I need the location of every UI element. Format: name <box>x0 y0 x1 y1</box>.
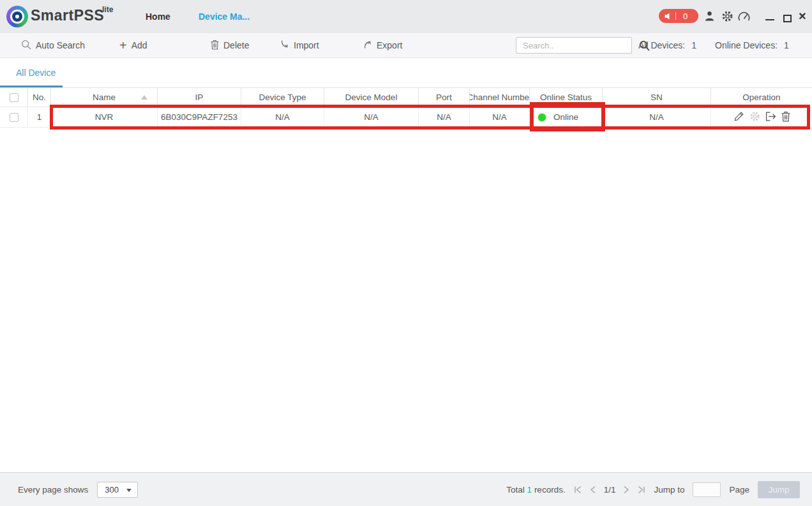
cell-device-type: N/A <box>241 107 324 127</box>
cell-online-status: Online <box>530 107 603 127</box>
plus-icon: + <box>119 40 127 51</box>
app-name-suffix: lite <box>102 5 113 14</box>
tab-all-device[interactable]: All Device <box>16 68 56 78</box>
page-size-select[interactable]: 300 <box>97 482 138 498</box>
window-maximize-button[interactable] <box>783 15 792 22</box>
delete-device-icon[interactable] <box>781 111 790 124</box>
import-button[interactable]: Import <box>280 33 319 57</box>
nav-tab-device-manager[interactable]: Device Ma... <box>199 11 250 22</box>
page-size-value: 300 <box>98 485 119 495</box>
device-config-gear-icon[interactable] <box>749 111 760 124</box>
last-page-button[interactable] <box>637 486 645 494</box>
header-device-type[interactable]: Device Type <box>241 88 324 107</box>
alarm-count: 0 <box>676 11 698 21</box>
cell-sn: N/A <box>603 107 711 127</box>
search-input[interactable] <box>516 41 639 50</box>
total-records-text: Total 1 records. <box>506 485 565 495</box>
all-devices-count: All Devices: 1 <box>638 33 696 57</box>
edit-device-icon[interactable] <box>733 111 744 124</box>
nav-tab-home[interactable]: Home <box>146 11 170 22</box>
header-name[interactable]: Name <box>51 88 158 107</box>
header-device-model[interactable]: Device Model <box>324 88 419 107</box>
jump-to-label: Jump to <box>654 485 684 495</box>
page-label: Page <box>729 485 749 495</box>
smartpss-logo-icon <box>6 6 28 27</box>
device-tab-bar: All Device <box>0 58 812 88</box>
export-arrow-icon <box>363 40 372 51</box>
user-icon[interactable] <box>705 11 714 21</box>
table-row[interactable]: 1 NVR 6B030C9PAZF7253 N/A N/A N/A N/A On… <box>0 107 812 128</box>
cell-ip: 6B030C9PAZF7253 <box>158 107 241 127</box>
page-indicator: 1/1 <box>604 485 616 495</box>
performance-gauge-icon[interactable] <box>737 11 751 22</box>
jump-button[interactable]: Jump <box>758 481 800 498</box>
window-close-button[interactable]: × <box>799 10 806 22</box>
import-arrow-icon <box>280 40 289 51</box>
title-bar: SmartPSS lite Home Device Ma... 0 × <box>0 0 812 33</box>
sort-asc-icon[interactable] <box>141 95 147 100</box>
search-icon <box>21 40 31 52</box>
header-sn[interactable]: SN <box>603 88 711 107</box>
jump-page-input[interactable] <box>693 482 721 497</box>
tab-active-underline <box>0 86 63 87</box>
select-all-checkbox[interactable] <box>10 93 19 102</box>
cell-device-model: N/A <box>324 107 419 127</box>
app-name: SmartPSS <box>31 7 104 24</box>
first-page-button[interactable] <box>574 486 582 494</box>
trash-icon <box>211 40 219 52</box>
settings-gear-icon[interactable] <box>721 10 733 22</box>
device-toolbar: Auto Search + Add Delete Import Export A… <box>0 33 812 58</box>
header-ip[interactable]: IP <box>158 88 241 107</box>
device-search-box <box>516 37 632 54</box>
device-goto-icon[interactable] <box>765 112 776 123</box>
header-port[interactable]: Port <box>419 88 470 107</box>
speaker-icon <box>665 13 673 20</box>
delete-button[interactable]: Delete <box>211 33 249 57</box>
header-operation[interactable]: Operation <box>711 88 812 107</box>
cell-name: NVR <box>51 107 158 127</box>
online-status-dot <box>538 114 546 121</box>
online-status-text: Online <box>553 112 578 122</box>
header-online-status[interactable]: Online Status <box>530 88 603 107</box>
device-table-header: No. Name IP Device Type Device Model Por… <box>0 88 812 107</box>
header-channel-number[interactable]: Channel Number <box>470 88 530 107</box>
export-button[interactable]: Export <box>363 33 402 57</box>
cell-no: 1 <box>28 107 51 127</box>
total-records-count: 1 <box>527 485 532 495</box>
window-minimize-button[interactable] <box>765 19 774 20</box>
alarm-badge[interactable]: 0 <box>659 9 698 23</box>
next-page-button[interactable] <box>623 486 629 494</box>
page-size-label: Every page shows <box>18 485 88 495</box>
cell-channel-number: N/A <box>470 107 530 127</box>
row-checkbox[interactable] <box>10 113 19 122</box>
auto-search-button[interactable]: Auto Search <box>21 33 85 57</box>
footer-pagination-bar: Every page shows 300 Total 1 records. 1/… <box>0 472 812 506</box>
add-device-button[interactable]: + Add <box>119 33 147 57</box>
cell-operation <box>711 107 812 127</box>
chevron-down-icon <box>126 489 132 492</box>
header-no[interactable]: No. <box>28 88 51 107</box>
cell-port: N/A <box>419 107 470 127</box>
prev-page-button[interactable] <box>590 486 596 494</box>
online-devices-count: Online Devices: 1 <box>715 33 789 57</box>
